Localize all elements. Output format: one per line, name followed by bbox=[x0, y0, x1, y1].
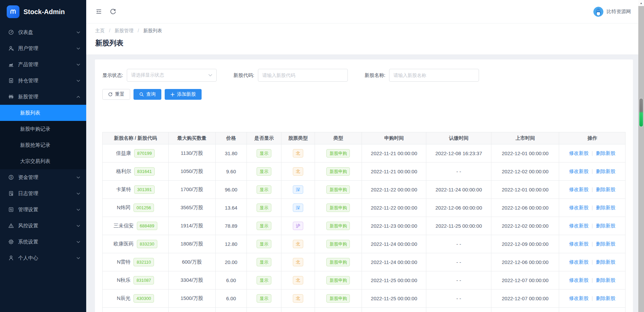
visible-cell: 显示 bbox=[247, 253, 281, 271]
delete-stock-link[interactable]: 删除新股 bbox=[596, 259, 615, 265]
user-menu[interactable]: 比特资源网 bbox=[593, 7, 631, 17]
market-cell: 深 bbox=[281, 181, 315, 199]
reset-button[interactable]: 重置 bbox=[102, 89, 130, 100]
category-tag: 新股申购 bbox=[326, 240, 350, 249]
edit-stock-link[interactable]: 修改新股 bbox=[569, 296, 589, 301]
delete-stock-link[interactable]: 删除新股 bbox=[596, 187, 615, 192]
code-filter-label: 新股代码: bbox=[233, 72, 254, 79]
stock-name-input[interactable] bbox=[389, 69, 479, 82]
collapse-sidebar-icon[interactable] bbox=[95, 8, 102, 15]
delete-stock-link[interactable]: 删除新股 bbox=[596, 205, 615, 210]
sidebar-item-funds[interactable]: $ 资金管理 bbox=[0, 169, 86, 185]
stock-code-tag: 832110 bbox=[133, 258, 154, 267]
market-tag: 北 bbox=[293, 258, 303, 267]
edit-stock-link[interactable]: 修改新股 bbox=[569, 205, 589, 210]
sidebar-item-profile[interactable]: 个人中心 bbox=[0, 250, 86, 266]
stock-code-tag: 301391 bbox=[134, 185, 155, 194]
actions-cell: 修改新股|删除新股 bbox=[559, 144, 626, 163]
delete-stock-link[interactable]: 删除新股 bbox=[596, 150, 615, 156]
pay-time-cell: 2022-12-08 16:23:37 bbox=[426, 144, 491, 163]
sidebar-item-dashboard[interactable]: 仪表盘 bbox=[0, 24, 86, 40]
search-button[interactable]: 查询 bbox=[133, 89, 161, 100]
sidebar-item-risk-settings[interactable]: 风控设置 bbox=[0, 218, 86, 234]
sidebar-item-logs[interactable]: 日志管理 bbox=[0, 185, 86, 202]
edit-stock-link[interactable]: 修改新股 bbox=[569, 259, 589, 265]
app-logo[interactable]: Stock-Admin bbox=[0, 0, 86, 24]
list-time-cell: 2022-12-07 00:00:00 bbox=[491, 289, 559, 308]
category-tag: 新股申购 bbox=[326, 222, 350, 230]
table-row: N秋乐 831087 3304/万股 6.00 显示 北 新股申购 2022-1… bbox=[103, 271, 626, 289]
scrollbar-thumb[interactable] bbox=[639, 98, 643, 127]
sidebar-item-admin-settings[interactable]: 管理设置 bbox=[0, 202, 86, 218]
sidebar-item-positions[interactable]: 持仓管理 bbox=[0, 73, 86, 89]
market-tag: 北 bbox=[293, 276, 303, 285]
actions-cell: 修改新股|删除新股 bbox=[559, 163, 626, 181]
stock-code-tag: 831641 bbox=[134, 167, 155, 176]
stock-name: 三未信安 bbox=[114, 223, 134, 229]
visible-cell: 显示 bbox=[247, 271, 281, 289]
sidebar-item-subscription-records[interactable]: 新股申购记录 bbox=[0, 121, 86, 137]
category-cell: 新股申购 bbox=[315, 199, 362, 217]
buy-time-cell: 2022-11-25 00:00:00 bbox=[362, 271, 426, 289]
stock-code-tag: 430300 bbox=[133, 294, 154, 303]
delete-stock-link[interactable]: 删除新股 bbox=[596, 169, 615, 174]
name-code-cell: 格利尔 831641 bbox=[103, 163, 169, 181]
chevron-down-icon bbox=[76, 225, 80, 227]
pay-time-cell: - - bbox=[426, 253, 491, 271]
refresh-icon[interactable] bbox=[110, 8, 116, 15]
sidebar-item-products[interactable]: 产品管理 bbox=[0, 56, 86, 73]
visible-tag: 显示 bbox=[257, 294, 271, 303]
list-time-cell bbox=[491, 308, 559, 312]
category-cell: 新股申购 bbox=[315, 217, 362, 235]
sidebar-item-block-trade-list[interactable]: 大宗交易列表 bbox=[0, 153, 86, 169]
delete-stock-link[interactable]: 删除新股 bbox=[596, 223, 615, 228]
plus-icon bbox=[170, 92, 175, 97]
col-header-market: 股票类型 bbox=[281, 132, 315, 144]
display-status-select[interactable]: 请选择显示状态 bbox=[127, 69, 217, 82]
max-qty-cell: 1808/万股 bbox=[168, 235, 215, 253]
delete-stock-link[interactable]: 删除新股 bbox=[596, 241, 615, 247]
visible-cell bbox=[247, 308, 281, 312]
list-time-cell: 2022-12-07 00:00:00 bbox=[491, 271, 559, 289]
sidebar-item-new-stock-list[interactable]: 新股列表 bbox=[0, 105, 86, 121]
delete-stock-link[interactable]: 删除新股 bbox=[596, 277, 615, 283]
sidebar-item-grab-records[interactable]: 新股抢筹记录 bbox=[0, 137, 86, 153]
edit-stock-link[interactable]: 修改新股 bbox=[569, 223, 589, 228]
col-header-max-qty: 最大购买数量 bbox=[168, 132, 215, 144]
chevron-down-icon bbox=[76, 192, 80, 195]
sidebar-item-users[interactable]: 用户管理 bbox=[0, 40, 86, 56]
sidebar-item-new-stock[interactable]: 新股管理 bbox=[0, 89, 86, 105]
edit-stock-link[interactable]: 修改新股 bbox=[569, 277, 589, 283]
add-stock-button[interactable]: 添加新股 bbox=[165, 89, 202, 100]
gauge-icon bbox=[8, 29, 14, 35]
list-time-cell: 2022-12-06 00:00:00 bbox=[491, 253, 559, 271]
name-code-cell bbox=[103, 308, 169, 312]
breadcrumb-home[interactable]: 主页 bbox=[95, 28, 105, 33]
delete-stock-link[interactable]: 删除新股 bbox=[596, 296, 615, 301]
col-header-buy-time: 申购时间 bbox=[362, 132, 426, 144]
actions-cell: 修改新股|删除新股 bbox=[559, 271, 626, 289]
edit-stock-link[interactable]: 修改新股 bbox=[569, 187, 589, 192]
actions-cell: 修改新股|删除新股 bbox=[559, 253, 626, 271]
breadcrumb-new-stock-mgmt[interactable]: 新股管理 bbox=[115, 28, 133, 33]
market-cell: 北 bbox=[281, 163, 315, 181]
price-cell: 13.64 bbox=[215, 199, 247, 217]
visible-tag: 显示 bbox=[257, 276, 271, 285]
sidebar-item-system-settings[interactable]: 系统设置 bbox=[0, 234, 86, 250]
edit-stock-link[interactable]: 修改新股 bbox=[569, 150, 589, 156]
market-cell: 沪 bbox=[281, 217, 315, 235]
page-scrollbar[interactable]: ▲ bbox=[638, 0, 644, 312]
edit-stock-link[interactable]: 修改新股 bbox=[569, 241, 589, 247]
pay-time-cell: - - bbox=[426, 235, 491, 253]
buy-time-cell: 2022-11-24 00:00:00 bbox=[362, 235, 426, 253]
visible-tag: 显示 bbox=[257, 149, 271, 158]
name-code-cell: N秋乐 831087 bbox=[103, 271, 169, 289]
category-cell bbox=[315, 308, 362, 312]
table-row: N炜冈 001256 3565/万股 13.64 显示 深 新股申购 2022-… bbox=[103, 199, 626, 217]
scroll-up-arrow-icon[interactable]: ▲ bbox=[638, 0, 644, 6]
stock-code-input[interactable] bbox=[258, 69, 348, 82]
stock-name: 格利尔 bbox=[116, 168, 131, 175]
table-header-row: 新股名称 / 新股代码 最大购买数量 价格 是否显示 股票类型 类型 申购时间 … bbox=[103, 132, 626, 144]
edit-stock-link[interactable]: 修改新股 bbox=[569, 169, 589, 174]
stock-name: N辰光 bbox=[117, 295, 130, 302]
